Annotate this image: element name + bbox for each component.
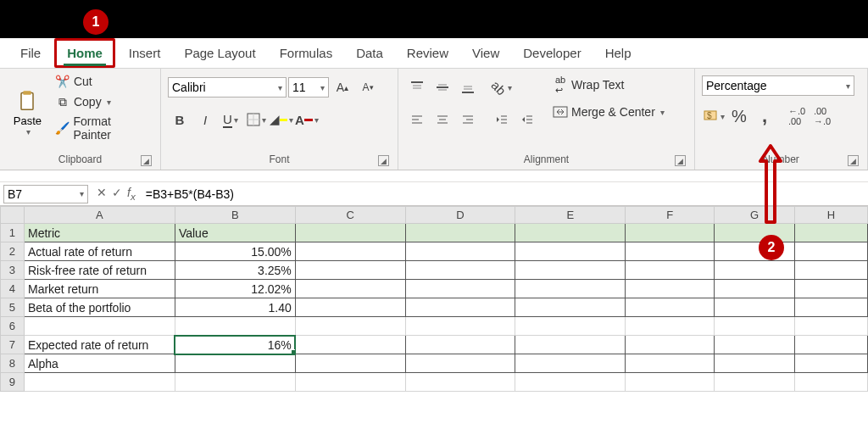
format-painter-button[interactable]: 🖌️ Format Painter — [52, 113, 153, 143]
row-header[interactable]: 6 — [1, 317, 25, 336]
cell[interactable] — [715, 298, 795, 317]
merge-center-button[interactable]: Merge & Center ▾ — [549, 103, 668, 121]
cell[interactable] — [295, 242, 405, 261]
cell[interactable] — [405, 242, 515, 261]
cell[interactable] — [295, 373, 405, 392]
tab-file[interactable]: File — [10, 41, 51, 65]
borders-button[interactable]: ▾ — [244, 108, 268, 131]
cell[interactable] — [626, 242, 715, 261]
tab-view[interactable]: View — [462, 41, 509, 65]
cell[interactable] — [626, 373, 715, 392]
cell[interactable] — [795, 261, 868, 280]
cell[interactable] — [626, 317, 715, 336]
increase-indent-button[interactable] — [515, 108, 539, 131]
name-box[interactable]: B7▾ — [3, 185, 88, 203]
col-header-d[interactable]: D — [405, 207, 515, 224]
cell[interactable] — [515, 373, 626, 392]
select-all-corner[interactable] — [1, 207, 25, 224]
row-header[interactable]: 3 — [1, 261, 25, 280]
cell[interactable] — [295, 224, 405, 242]
number-format-select[interactable]: Percentage▾ — [702, 75, 854, 96]
col-header-b[interactable]: B — [175, 207, 295, 224]
cell[interactable] — [405, 336, 515, 354]
copy-button[interactable]: ⧉ Copy ▾ — [52, 92, 153, 111]
cell[interactable] — [515, 280, 626, 298]
cell[interactable]: 12.02% — [175, 280, 295, 298]
selected-cell[interactable]: 16% — [175, 336, 295, 354]
comma-format-button[interactable]: , — [753, 104, 776, 128]
cell[interactable]: Actual rate of return — [24, 242, 175, 261]
cell[interactable]: Risk-free rate of return — [24, 261, 175, 280]
cell[interactable]: 15.00% — [175, 242, 295, 261]
cell[interactable] — [795, 336, 868, 354]
dialog-launcher-icon[interactable]: ◢ — [378, 155, 389, 166]
row-header[interactable]: 1 — [1, 224, 25, 242]
tab-help[interactable]: Help — [595, 41, 642, 65]
cell[interactable] — [795, 317, 868, 336]
cell[interactable] — [175, 317, 295, 336]
col-header-f[interactable]: F — [626, 207, 715, 224]
cell[interactable] — [175, 354, 295, 373]
cell[interactable] — [295, 317, 405, 336]
spreadsheet-grid[interactable]: A B C D E F G H 1 Metric Value 2 Actual … — [0, 206, 868, 392]
cell[interactable] — [24, 373, 175, 392]
paste-button[interactable]: Paste ▾ — [7, 72, 48, 153]
decrease-decimal-button[interactable]: .00→.0 — [810, 104, 834, 128]
dialog-launcher-icon[interactable]: ◢ — [848, 155, 859, 166]
cell[interactable] — [795, 242, 868, 261]
tab-developer[interactable]: Developer — [513, 41, 591, 65]
wrap-text-button[interactable]: ab↩ Wrap Text — [549, 75, 668, 94]
underline-button[interactable]: U▾ — [219, 108, 242, 131]
cell[interactable] — [295, 354, 405, 373]
cell[interactable] — [175, 373, 295, 392]
tab-insert[interactable]: Insert — [119, 41, 171, 65]
align-left-button[interactable] — [405, 108, 429, 131]
cell[interactable]: Metric — [24, 224, 175, 242]
cell[interactable] — [405, 354, 515, 373]
cell[interactable] — [405, 261, 515, 280]
cell[interactable] — [795, 373, 868, 392]
decrease-font-button[interactable]: A▾ — [356, 75, 380, 99]
cell[interactable] — [515, 261, 626, 280]
col-header-e[interactable]: E — [515, 207, 626, 224]
col-header-a[interactable]: A — [24, 207, 175, 224]
cell[interactable] — [295, 298, 405, 317]
font-color-button[interactable]: A▾ — [295, 108, 319, 131]
tab-formulas[interactable]: Formulas — [270, 41, 343, 65]
cell[interactable] — [626, 224, 715, 242]
align-bottom-button[interactable] — [456, 75, 480, 99]
cell[interactable] — [715, 373, 795, 392]
cell[interactable] — [715, 280, 795, 298]
cell[interactable] — [295, 336, 405, 354]
cell[interactable]: Value — [175, 224, 295, 242]
row-header[interactable]: 4 — [1, 280, 25, 298]
cell[interactable] — [295, 261, 405, 280]
cell[interactable] — [626, 298, 715, 317]
cell[interactable] — [626, 354, 715, 373]
dialog-launcher-icon[interactable]: ◢ — [675, 155, 686, 166]
row-header[interactable]: 8 — [1, 354, 25, 373]
percent-format-button[interactable]: % — [727, 104, 751, 128]
cell[interactable] — [715, 317, 795, 336]
bold-button[interactable]: B — [168, 108, 192, 131]
cell[interactable] — [515, 242, 626, 261]
cell[interactable] — [515, 336, 626, 354]
cell[interactable] — [515, 224, 626, 242]
cell[interactable] — [295, 280, 405, 298]
increase-decimal-button[interactable]: ←.0.00 — [785, 104, 809, 128]
fx-icon[interactable]: fx — [127, 186, 136, 202]
tab-data[interactable]: Data — [346, 41, 393, 65]
cell[interactable] — [24, 317, 175, 336]
col-header-h[interactable]: H — [795, 207, 868, 224]
cell[interactable]: Beta of the portfolio — [24, 298, 175, 317]
cell[interactable] — [515, 317, 626, 336]
cell[interactable] — [795, 354, 868, 373]
cell[interactable] — [515, 298, 626, 317]
italic-button[interactable]: I — [193, 108, 217, 131]
cell[interactable] — [715, 336, 795, 354]
cell[interactable] — [405, 280, 515, 298]
fill-color-button[interactable]: ◢▾ — [270, 108, 293, 131]
cell[interactable] — [626, 336, 715, 354]
increase-font-button[interactable]: A▴ — [331, 75, 354, 99]
row-header[interactable]: 5 — [1, 298, 25, 317]
